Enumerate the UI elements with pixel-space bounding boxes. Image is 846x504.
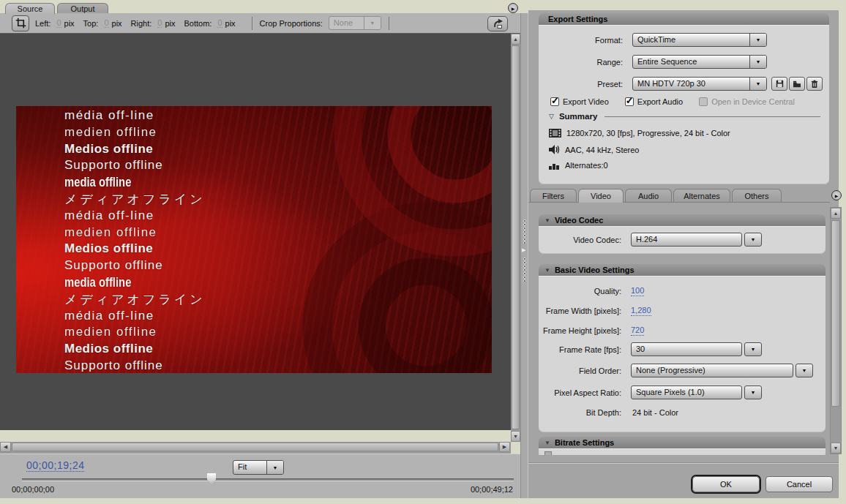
scroll-down-button[interactable]: ▼ [831,443,841,454]
curved-arrow-icon [492,18,504,29]
frame-rate-select[interactable]: 30 ▼ [631,342,762,356]
quality-value[interactable]: 100 [631,286,644,296]
settings-vertical-scrollbar[interactable]: ▲ ▼ [830,207,842,454]
crop-button[interactable] [12,15,29,31]
dropdown-arrow-icon: ▼ [266,461,283,474]
zoom-level-select[interactable]: Fit ▼ [233,460,284,475]
summary-collapse-icon[interactable]: ▽ [549,113,554,120]
crop-left-label: Left: [35,19,50,28]
start-timecode: 00;00;00;00 [12,485,54,494]
end-timecode: 00;00;49;12 [471,485,513,494]
video-codec-select[interactable]: H.264 ▼ [631,233,762,247]
summary-video-text: 1280x720, 30 [fps], Progressive, 24 bit … [566,129,730,138]
scroll-down-button[interactable]: ▼ [511,431,520,442]
video-codec-header[interactable]: ▼ Video Codec [539,214,826,226]
tab-output[interactable]: Output [57,3,108,14]
crop-left-unit: pix [64,19,75,28]
cancel-button[interactable]: Cancel [765,476,833,492]
import-preset-button[interactable] [789,77,805,91]
basic-video-settings-title: Basic Video Settings [555,266,634,274]
crop-top-value[interactable]: 0 [104,18,108,28]
tab-filters[interactable]: Filters [530,189,577,203]
tab-alternates[interactable]: Alternates [673,189,730,203]
preview-text-line: メディアオフライン [64,191,492,208]
scrollbar-thumb[interactable] [831,220,840,407]
scroll-up-button[interactable]: ▲ [511,34,520,45]
preview-text-line: medien offline [64,225,492,241]
dropdown-arrow-icon: ▼ [749,78,766,90]
ok-button-label: OK [720,480,732,489]
settings-panel-menu-icon[interactable]: ▶ [831,190,842,200]
bitrate-settings-header[interactable]: ▼ Bitrate Settings [539,437,826,448]
export-settings-header: Export Settings [539,13,829,25]
ok-button[interactable]: OK [692,476,760,492]
scroll-right-button[interactable]: ▶ [499,442,510,452]
scrollbar-thumb[interactable] [512,45,520,429]
tab-others[interactable]: Others [732,189,782,203]
crop-bottom-value[interactable]: 0 [217,18,222,28]
source-preview-area: média off-line medien offline Medios off… [0,34,511,430]
playhead-handle[interactable] [207,473,216,484]
tab-source-label: Source [18,4,43,13]
crop-toolbar: Left: 0 pix Top: 0 pix Right: 0 pix Bott… [0,13,520,34]
range-label: Range: [539,58,628,67]
preview-text-line: média off-line [64,208,492,225]
basic-video-settings-header[interactable]: ▼ Basic Video Settings [539,264,826,276]
preview-text-line: Medios offline [64,341,492,358]
frame-height-value[interactable]: 720 [631,326,644,336]
crop-right-unit: pix [165,19,175,28]
tab-audio[interactable]: Audio [625,189,672,203]
dropdown-arrow-icon[interactable]: ▼ [744,385,762,399]
format-select[interactable]: QuickTime ▼ [632,33,767,47]
splitter-arrow-icon: ▶ [522,247,525,253]
pixel-aspect-ratio-label: Pixel Aspect Ratio: [539,388,626,397]
left-panel-menu-icon[interactable]: ▶ [508,3,518,13]
scroll-up-icon: ▲ [513,37,518,42]
range-select[interactable]: Entire Sequence ▼ [632,55,767,69]
pixel-aspect-ratio-select[interactable]: Square Pixels (1.0) ▼ [631,385,762,399]
preset-select[interactable]: MN HDTV 720p 30 ▼ [632,77,767,91]
bitrate-settings-box [539,448,826,455]
audio-summary-icon [549,145,560,154]
section-collapse-icon: ▼ [544,440,550,446]
dropdown-arrow-icon[interactable]: ▼ [796,364,813,377]
dropdown-arrow-icon: ▼ [749,34,766,46]
range-value: Entire Sequence [633,56,749,68]
cancel-button-label: Cancel [787,480,812,489]
scroll-left-icon: ◀ [4,444,7,450]
splitter-grip [523,257,527,282]
crop-right-value[interactable]: 0 [157,18,162,28]
bit-depth-label: Bit Depth: [539,408,626,417]
export-audio-checkbox[interactable]: ✓ [625,97,634,106]
preview-vertical-scrollbar[interactable]: ▲ ▼ [511,34,520,442]
panel-splitter[interactable]: ▶ [520,13,528,498]
tab-alternates-label: Alternates [684,192,720,200]
scrollbar-thumb[interactable] [12,443,498,451]
export-video-checkbox[interactable]: ✓ [550,97,559,106]
scroll-up-button[interactable]: ▲ [831,208,841,219]
footer-divider [528,463,839,464]
save-preset-button[interactable] [771,77,787,91]
field-order-select[interactable]: None (Progressive) ▼ [631,364,813,377]
bit-depth-value: 24 bit - Color [632,408,678,417]
dropdown-arrow-icon[interactable]: ▼ [744,342,762,356]
video-codec-title: Video Codec [555,216,603,225]
scroll-down-icon: ▼ [513,434,518,439]
timeline-track[interactable] [22,478,514,481]
scroll-left-button[interactable]: ◀ [0,442,11,452]
crop-top-label: Top: [83,19,99,28]
video-codec-label: Video Codec: [539,236,626,244]
tab-video[interactable]: Video [578,189,624,203]
preview-horizontal-scrollbar[interactable]: ◀ ▶ [0,442,511,454]
crop-proportions-select: None ▼ [329,16,381,30]
format-value: QuickTime [633,34,749,46]
delete-preset-button[interactable] [806,77,823,91]
frame-width-value[interactable]: 1,280 [631,306,651,316]
dropdown-arrow-icon[interactable]: ▼ [744,233,762,247]
crop-bottom-label: Bottom: [184,19,212,28]
crop-left-value[interactable]: 0 [56,18,61,28]
output-settings-button[interactable] [487,16,508,31]
tab-video-label: Video [591,192,611,200]
current-timecode[interactable]: 00;00;19;24 [26,459,84,472]
tab-source[interactable]: Source [5,3,55,14]
